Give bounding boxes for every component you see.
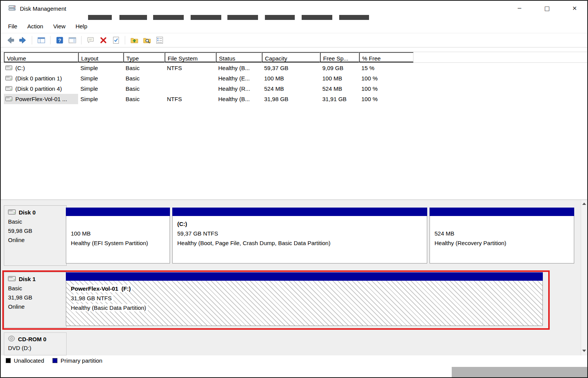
cell-layout: Simple	[78, 63, 123, 73]
show-hide-pane-icon[interactable]	[66, 34, 78, 46]
cell-file-system: NTFS	[165, 94, 216, 104]
properties-icon[interactable]	[153, 34, 166, 46]
partition-health: Healthy (Recovery Partition)	[434, 240, 506, 246]
toolbar-separator	[32, 36, 32, 44]
cell-layout: Simple	[78, 73, 123, 83]
minimize-button[interactable]: ─	[511, 1, 528, 16]
cell-status: Healthy (B...	[216, 63, 262, 73]
disk-size: 31,98 GB	[8, 294, 66, 301]
cell-layout: Simple	[78, 83, 123, 94]
delete-icon[interactable]	[97, 34, 109, 46]
titlebar: Disk Management ─ □ ✕	[1, 1, 587, 16]
legend-label-unallocated: Unallocated	[14, 357, 44, 364]
column-header-file-system[interactable]: File System	[165, 52, 216, 62]
column-header-type[interactable]: Type	[123, 52, 165, 62]
forward-icon[interactable]	[16, 34, 29, 46]
redacted-block	[119, 15, 147, 20]
cell-type: Basic	[123, 73, 165, 83]
column-header-status[interactable]: Status	[216, 52, 262, 62]
cell-pct-free: 100 %	[359, 94, 413, 104]
bottom-right-gray-block	[452, 367, 587, 377]
scroll-up-icon[interactable]	[581, 200, 587, 207]
svg-text:?: ?	[58, 38, 61, 43]
redacted-block	[302, 15, 332, 20]
disk-icon	[8, 276, 16, 282]
table-row[interactable]: (Disk 0 partition 1) Simple Basic Health…	[1, 73, 587, 83]
back-icon[interactable]	[4, 34, 16, 46]
partition-efi[interactable]: 100 MB Healthy (EFI System Partition)	[66, 208, 170, 263]
cell-file-system: NTFS	[165, 63, 216, 73]
folder-find-icon[interactable]	[140, 34, 153, 46]
disk-name: Disk 1	[19, 276, 36, 282]
disk0-header[interactable]: Disk 0 Basic 59,98 GB Online	[4, 205, 67, 266]
column-header-free-space[interactable]: Free Sp...	[320, 52, 359, 62]
partition-color-bar	[430, 208, 574, 216]
table-row-selected[interactable]: PowerFlex-Vol-01 ... Simple Basic NTFS H…	[1, 94, 587, 104]
maximize-button[interactable]: □	[538, 1, 556, 16]
partition-size: 31,98 GB NTFS	[71, 295, 113, 302]
volume-name: (Disk 0 partition 1)	[15, 75, 62, 82]
toolbar-separator	[50, 36, 51, 44]
partition-health: Healthy (EFI System Partition)	[71, 240, 148, 246]
column-header-layout[interactable]: Layout	[78, 52, 123, 62]
volume-icon	[5, 85, 12, 92]
partition-c-drive[interactable]: (C:) 59,37 GB NTFS Healthy (Boot, Page F…	[172, 208, 427, 263]
table-row[interactable]: (Disk 0 partition 4) Simple Basic Health…	[1, 83, 587, 94]
cell-pct-free: 100 %	[359, 73, 413, 83]
column-header-filler	[413, 52, 587, 62]
cell-capacity: 524 MB	[262, 83, 320, 94]
cell-status: Healthy (E...	[216, 73, 262, 83]
primary-partition-swatch	[52, 358, 57, 363]
redacted-block	[227, 15, 258, 20]
cell-file-system	[165, 73, 216, 83]
cell-type: Basic	[123, 94, 165, 104]
column-header-volume[interactable]: Volume	[4, 52, 78, 62]
volume-table-header: Volume Layout Type File System Status Ca…	[1, 52, 587, 63]
window-controls: ─ □ ✕	[501, 1, 583, 16]
cell-capacity: 31,98 GB	[262, 94, 320, 104]
cell-free-space: 31,91 GB	[320, 94, 359, 104]
partition-color-bar	[66, 272, 543, 281]
folder-up-icon[interactable]	[128, 34, 140, 46]
partition-size: 59,37 GB NTFS	[177, 230, 218, 237]
scroll-down-icon[interactable]	[581, 347, 587, 354]
window-title: Disk Management	[20, 5, 66, 12]
partition-recovery[interactable]: 524 MB Healthy (Recovery Partition)	[430, 208, 574, 263]
redacted-block	[339, 15, 369, 20]
legend-label-primary-partition: Primary partition	[60, 357, 102, 364]
column-header-pct-free[interactable]: % Free	[359, 52, 413, 62]
help-icon[interactable]: ?	[53, 34, 66, 46]
partition-color-bar	[172, 208, 427, 216]
toolbar: ?	[1, 33, 587, 47]
legend-bar: Unallocated Primary partition	[1, 355, 587, 365]
cell-pct-free: 100 %	[359, 83, 413, 94]
volume-list: (C:) Simple Basic NTFS Healthy (B... 59,…	[1, 63, 587, 104]
action-bubble-icon[interactable]	[84, 34, 97, 46]
volume-icon	[5, 65, 12, 71]
redacted-strip	[1, 15, 587, 20]
cdrom-media: DVD (D:)	[8, 345, 66, 351]
cell-status: Healthy (B...	[216, 94, 262, 104]
app-icon	[8, 5, 16, 13]
menubar: File Action View Help	[1, 20, 587, 32]
menu-action[interactable]: Action	[22, 21, 48, 31]
disk1-header[interactable]: Disk 1 Basic 31,98 GB Online	[4, 272, 67, 328]
close-button[interactable]: ✕	[566, 1, 583, 16]
menu-help[interactable]: Help	[70, 21, 92, 31]
cell-free-space: 9,09 GB	[320, 63, 359, 73]
menu-file[interactable]: File	[3, 21, 22, 31]
vertical-scrollbar[interactable]	[581, 200, 587, 355]
disk-status: Online	[8, 237, 66, 243]
checklist-icon[interactable]	[109, 34, 122, 46]
column-header-capacity[interactable]: Capacity	[262, 52, 320, 62]
cdrom0-header[interactable]: CD-ROM 0 DVD (D:)	[4, 332, 67, 355]
volume-name: (C:)	[15, 65, 25, 71]
console-tree-icon[interactable]	[35, 34, 47, 46]
redacted-block	[191, 15, 221, 20]
graphical-view-pane: Disk 0 Basic 59,98 GB Online 100 MB Heal…	[1, 200, 587, 355]
partition-powerflex-vol-01[interactable]: PowerFlex-Vol-01 (F:) 31,98 GB NTFS Heal…	[66, 272, 543, 326]
menu-view[interactable]: View	[48, 21, 70, 31]
table-row[interactable]: (C:) Simple Basic NTFS Healthy (B... 59,…	[1, 63, 587, 73]
cell-layout: Simple	[78, 94, 123, 104]
cell-free-space: 524 MB	[320, 83, 359, 94]
